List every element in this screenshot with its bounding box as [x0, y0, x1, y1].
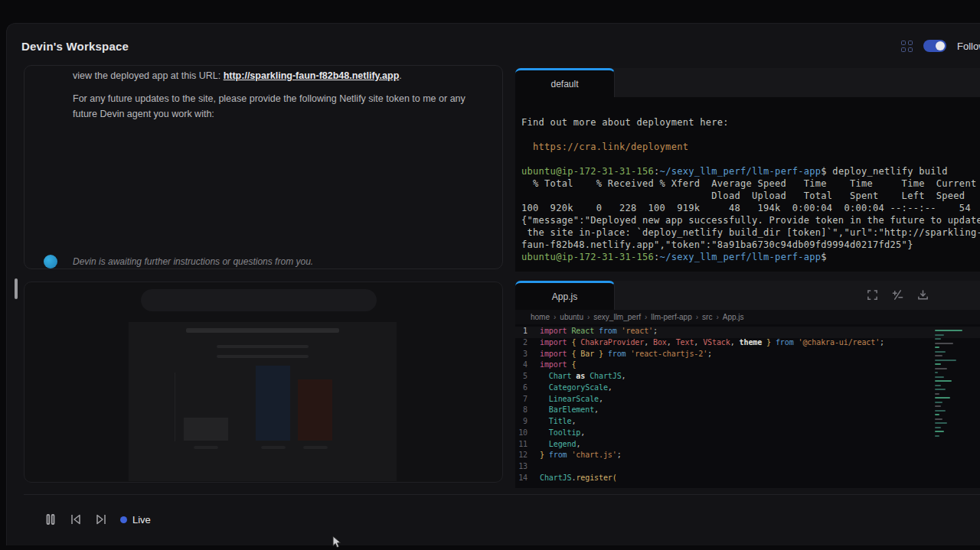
code-line: 5 Chart as ChartJS,: [515, 372, 980, 383]
terminal-line: 100 920k 0 228 100 919k 48 194k 0:00:04 …: [521, 203, 980, 215]
skip-forward-icon[interactable]: [95, 513, 107, 526]
chat-message-period: .: [399, 70, 401, 81]
terminal-tab-default[interactable]: default: [515, 68, 615, 97]
chat-message-intro: view the deployed app at this URL:: [73, 70, 224, 81]
preview-chart-legend2: [217, 355, 309, 358]
chat-message: view the deployed app at this URL: http:…: [73, 68, 487, 122]
breadcrumb-item[interactable]: ubuntu: [560, 313, 583, 321]
terminal-tab-label: default: [550, 79, 578, 89]
breadcrumb-item[interactable]: sexy_llm_perf: [593, 313, 641, 321]
code-line: 7 LinearScale,: [515, 395, 980, 406]
code-lines: 1import React from 'react';2import { Cha…: [515, 327, 980, 485]
breadcrumb-item[interactable]: home: [531, 313, 550, 321]
deployed-app-link[interactable]: http://sparkling-faun-f82b48.netlify.app: [224, 70, 400, 81]
code-line: 11 Legend,: [515, 440, 980, 451]
diff-icon[interactable]: [892, 289, 903, 301]
agent-status-text: Devin is awaiting further instructions o…: [73, 256, 313, 267]
code-line: 13: [515, 462, 980, 474]
browser-preview-panel[interactable]: [24, 282, 503, 483]
terminal-line: Dload Upload Total Spent Left Speed: [521, 190, 980, 203]
preview-chart-bar: [298, 379, 332, 441]
preview-address-bar: [141, 289, 377, 311]
preview-x-label: [303, 446, 328, 449]
terminal-line: [521, 154, 980, 166]
chat-message-body: For any future updates to the site, plea…: [73, 91, 487, 122]
follow-toggle[interactable]: [923, 40, 946, 52]
workspace-card: Devin's Workspace Following view the dep…: [6, 23, 980, 545]
preview-x-label: [261, 446, 286, 449]
chat-panel: view the deployed app at this URL: http:…: [24, 65, 503, 269]
skip-back-icon[interactable]: [70, 513, 82, 526]
code-line: 14ChartJS.register(: [515, 474, 980, 485]
editor-tab-label: App.js: [552, 291, 577, 302]
terminal-line: ubuntu@ip-172-31-31-156:~/sexy_llm_perf/…: [521, 166, 980, 178]
code-line: 3import { Bar } from 'react-chartjs-2';: [515, 350, 980, 361]
code-line: 10 Tooltip,: [515, 428, 980, 440]
breadcrumb[interactable]: home›ubuntu›sexy_llm_perf›llm-perf-app›s…: [515, 310, 980, 324]
breadcrumb-item[interactable]: llm-perf-app: [651, 313, 691, 321]
code-line: 9 Title,: [515, 417, 980, 428]
devin-status-icon: [44, 255, 57, 268]
terminal-line: Find out more about deployment here:: [521, 117, 980, 129]
minimap[interactable]: [933, 328, 973, 481]
terminal-line: % Total % Received % Xferd Average Speed…: [521, 178, 980, 190]
terminal-line: ubuntu@ip-172-31-31-156:~/sexy_llm_perf/…: [521, 252, 980, 264]
terminal-line: https://cra.link/deployment: [521, 142, 980, 154]
grid-icon[interactable]: [901, 41, 913, 52]
breadcrumb-item[interactable]: App.js: [723, 313, 744, 321]
follow-label: Following: [957, 41, 980, 52]
agent-status-row: Devin is awaiting further instructions o…: [44, 255, 313, 268]
terminal-line: {"message":"Deployed new app successfull…: [521, 215, 980, 227]
terminal-output[interactable]: Find out more about deployment here: htt…: [515, 97, 980, 272]
terminal-line: the site in-place: `deploy_netlify build…: [521, 227, 980, 239]
editor-panel: App.js home›ubuntu›sexy_llm_perf›llm-per…: [515, 281, 980, 488]
code-line: 12} from 'chart.js';: [515, 451, 980, 462]
preview-chart-title: [186, 328, 339, 333]
terminal-tab-strip: default: [515, 68, 980, 97]
terminal-panel: default Find out more about deployment h…: [515, 68, 980, 272]
pause-icon[interactable]: [44, 513, 57, 526]
mouse-cursor: [332, 535, 342, 549]
live-label: Live: [132, 514, 151, 526]
code-line: 8 BarElement,: [515, 405, 980, 417]
header-actions: Following: [901, 40, 980, 52]
live-dot-icon: [120, 516, 127, 523]
code-line: 1import React from 'react';: [515, 327, 980, 338]
editor-tab-strip: App.js: [515, 281, 980, 310]
expand-icon[interactable]: [867, 289, 878, 301]
playback-bar: Live: [24, 494, 980, 546]
preview-chart-bar: [184, 418, 228, 441]
download-icon[interactable]: [917, 289, 929, 301]
code-line: 4import {: [515, 360, 980, 372]
editor-toolbar: [867, 289, 929, 301]
terminal-line: [521, 129, 980, 142]
page-title: Devin's Workspace: [21, 40, 129, 53]
preview-chart-legend: [217, 345, 309, 348]
preview-chart-bar: [256, 366, 290, 441]
preview-chart-axis: [175, 373, 175, 441]
code-editor[interactable]: 1import React from 'react';2import { Cha…: [515, 324, 980, 488]
breadcrumb-item[interactable]: src: [702, 313, 712, 321]
timeline-scroll-marker[interactable]: [15, 278, 18, 299]
toggle-knob: [936, 41, 945, 50]
live-button[interactable]: Live: [120, 514, 151, 526]
playback-controls: Live: [44, 513, 151, 526]
preview-x-label: [194, 446, 218, 449]
editor-tab-appjs[interactable]: App.js: [515, 281, 615, 310]
terminal-line: faun-f82b48.netlify.app","token":"8a91ba…: [521, 239, 980, 252]
code-line: 6 CategoryScale,: [515, 383, 980, 395]
preview-page: [129, 322, 397, 481]
code-line: 2import { ChakraProvider, Box, Text, VSt…: [515, 338, 980, 350]
